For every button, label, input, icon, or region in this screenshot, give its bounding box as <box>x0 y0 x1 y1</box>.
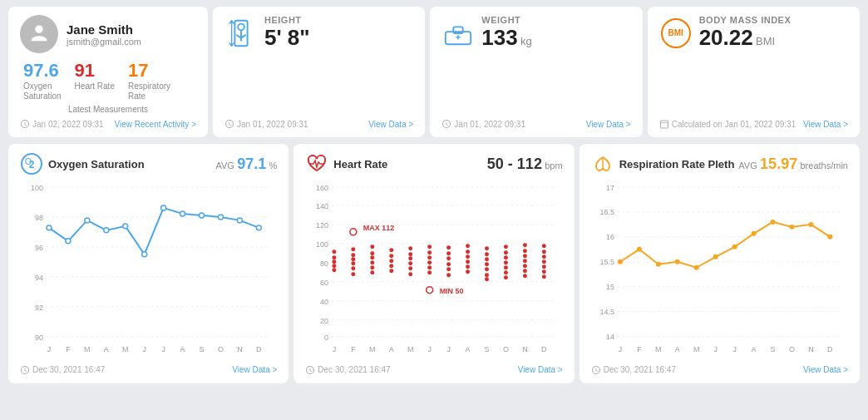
svg-point-100 <box>371 265 375 269</box>
svg-point-105 <box>390 264 394 268</box>
svg-point-145 <box>504 275 508 279</box>
svg-text:A: A <box>751 345 756 353</box>
bmi-card: BMI BODY MASS INDEX 20.22 BMI Calculated… <box>648 7 860 137</box>
svg-point-139 <box>504 250 508 254</box>
svg-point-132 <box>485 252 489 256</box>
oxygen-title-group: 2 O Oxygen Saturation <box>20 152 145 175</box>
oxygen-measurement: 97.6 OxygenSaturation <box>23 60 62 101</box>
svg-point-2 <box>238 23 244 30</box>
svg-point-122 <box>446 262 451 266</box>
svg-point-41 <box>66 239 71 244</box>
heartrate-view-data[interactable]: View Data > <box>518 365 563 374</box>
respiration-svg-chart: 17 16.5 16 15.5 15 14.5 14 J F M A M J J… <box>591 179 848 362</box>
height-title: HEIGHT <box>264 15 310 25</box>
svg-point-101 <box>371 270 375 274</box>
svg-point-48 <box>200 213 205 218</box>
svg-point-95 <box>352 266 356 270</box>
svg-point-97 <box>371 251 375 255</box>
svg-text:S: S <box>770 345 775 353</box>
svg-text:14: 14 <box>606 333 614 341</box>
svg-text:A: A <box>389 345 394 353</box>
svg-point-138 <box>485 277 489 281</box>
svg-text:100: 100 <box>316 240 328 249</box>
svg-point-115 <box>428 255 432 259</box>
bmi-view-data[interactable]: View Data > <box>803 120 848 129</box>
svg-point-148 <box>523 259 527 263</box>
svg-point-102 <box>371 245 375 249</box>
measurements-row: 97.6 OxygenSaturation 91 Heart Rate 17 R… <box>23 60 196 101</box>
oxygen-value: 97.6 <box>23 60 62 82</box>
svg-text:M: M <box>84 345 90 353</box>
patient-bottom-row: Jan 02, 2022 09:31 View Recent Activity … <box>20 119 196 129</box>
patient-name: Jane Smith <box>67 22 141 37</box>
svg-point-131 <box>466 244 470 248</box>
oxygen-label: OxygenSaturation <box>23 82 62 101</box>
view-activity-link[interactable]: View Recent Activity > <box>115 120 196 129</box>
heartrate-title-group: Heart Rate <box>305 152 387 175</box>
svg-point-188 <box>637 247 642 252</box>
svg-text:J: J <box>333 345 336 353</box>
svg-point-118 <box>428 270 432 274</box>
avatar <box>20 15 58 53</box>
svg-point-116 <box>428 260 432 264</box>
svg-point-89 <box>333 250 337 254</box>
height-view-data[interactable]: View Data > <box>368 120 413 129</box>
svg-point-126 <box>466 250 470 254</box>
heartrate-value: 91 <box>75 60 115 82</box>
svg-point-142 <box>504 265 508 269</box>
svg-point-51 <box>256 225 261 230</box>
svg-point-157 <box>542 269 546 274</box>
svg-point-197 <box>808 222 813 227</box>
resp-label: RespiratoryRate <box>128 82 170 101</box>
svg-text:O: O <box>789 345 795 353</box>
svg-point-114 <box>428 250 432 254</box>
respiration-chart-title: Respiration Rate Pleth <box>619 158 735 170</box>
bmi-unit: BMI <box>756 35 775 47</box>
weight-top: WEIGHT 133 kg <box>441 15 630 51</box>
bmi-icon: BMI <box>659 17 693 50</box>
bmi-badge: BMI <box>661 18 691 48</box>
svg-point-195 <box>770 220 775 225</box>
svg-point-193 <box>732 245 737 250</box>
heartrate-chart-title: Heart Rate <box>333 158 387 170</box>
latest-label: Latest Measurements <box>20 105 196 114</box>
svg-text:160: 160 <box>316 184 328 192</box>
svg-text:D: D <box>827 345 833 353</box>
heartrate-timestamp: Dec 30, 2021 16:47 <box>305 365 390 375</box>
svg-text:14.5: 14.5 <box>599 308 614 316</box>
svg-point-140 <box>504 255 508 259</box>
oxygen-avg: AVG 97.1 % <box>215 156 277 173</box>
respiration-avg-unit: breaths/min <box>801 161 848 170</box>
svg-text:M: M <box>369 345 375 353</box>
heartrate-range-val: 50 - 112 <box>487 156 542 172</box>
svg-text:M: M <box>655 345 661 353</box>
svg-point-107 <box>390 269 394 273</box>
svg-point-192 <box>713 254 718 259</box>
svg-text:92: 92 <box>35 304 43 312</box>
heartrate-svg-chart: 160 140 120 100 80 60 40 20 0 J F M A M … <box>305 179 562 362</box>
weight-view-data[interactable]: View Data > <box>586 120 631 129</box>
svg-point-121 <box>446 256 451 260</box>
oxygen-view-data[interactable]: View Data > <box>232 365 277 374</box>
respiration-view-data[interactable]: View Data > <box>803 365 848 374</box>
bmi-timestamp: Calculated on Jan 01, 2022 09:31 <box>659 119 796 129</box>
svg-point-141 <box>504 260 508 264</box>
svg-text:120: 120 <box>316 221 328 230</box>
height-value: 5' 8" <box>264 25 310 51</box>
respiration-chart-footer: Dec 30, 2021 16:47 View Data > <box>591 365 848 375</box>
respiration-title-group: Respiration Rate Pleth <box>591 152 735 175</box>
svg-point-94 <box>352 247 356 251</box>
bmi-top: BMI BODY MASS INDEX 20.22 BMI <box>659 15 848 51</box>
svg-text:F: F <box>66 345 71 353</box>
oxygen-timestamp: Dec 30, 2021 16:47 <box>20 365 105 375</box>
svg-point-43 <box>104 228 109 233</box>
respiration-icon <box>591 152 614 175</box>
oxygen-chart-header: 2 O Oxygen Saturation AVG 97.1 % <box>20 152 277 175</box>
svg-point-108 <box>409 252 413 256</box>
svg-text:MIN 50: MIN 50 <box>440 287 464 295</box>
respiration-avg-val: 15.97 <box>760 156 797 172</box>
svg-text:J: J <box>428 345 432 353</box>
svg-point-99 <box>371 260 375 264</box>
oxygen-avg-unit: % <box>269 161 278 170</box>
svg-text:J: J <box>713 345 717 353</box>
